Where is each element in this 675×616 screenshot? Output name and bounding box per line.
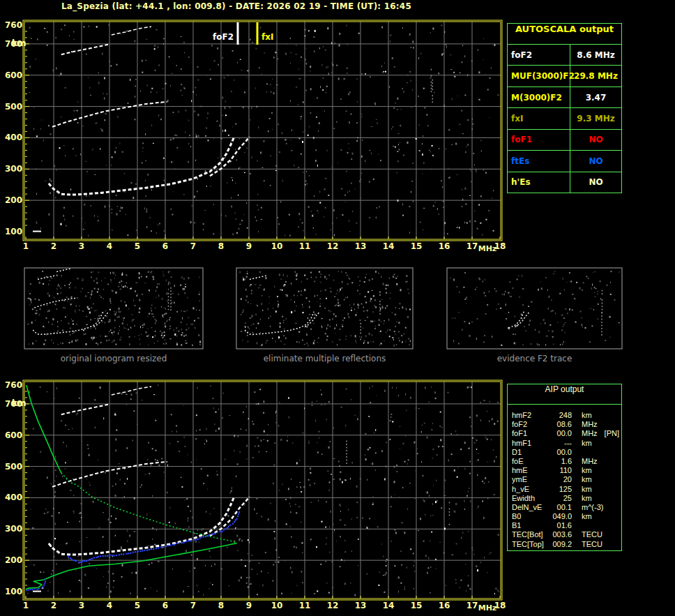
- aip-label: foF2: [508, 420, 551, 429]
- svg-text:600: 600: [5, 430, 22, 440]
- svg-text:1: 1: [23, 601, 29, 610]
- svg-text:600: 600: [5, 70, 22, 80]
- svg-text:16: 16: [439, 601, 450, 610]
- aip-value: 1.6: [551, 457, 572, 466]
- aip-unit: km: [582, 494, 592, 503]
- aip-value: 003.6: [551, 530, 572, 539]
- svg-text:760: 760: [5, 20, 22, 30]
- aip-row: B0049.0km: [508, 512, 621, 521]
- aip-unit: km: [582, 512, 592, 521]
- svg-text:300: 300: [5, 164, 22, 174]
- aip-row: hmF2248km: [508, 411, 621, 420]
- autoscala-row-value: NO: [570, 130, 621, 150]
- svg-text:4: 4: [107, 601, 112, 610]
- panel-label-evidence: evidence F2 trace: [447, 354, 622, 363]
- autoscala-row: h'EsNO: [508, 172, 621, 193]
- svg-text:760: 760: [5, 380, 22, 390]
- svg-text:400: 400: [5, 493, 22, 502]
- svg-text:MHz: MHz: [478, 244, 497, 253]
- aip-unit: TECU: [582, 540, 602, 549]
- aip-value: ---: [551, 439, 572, 448]
- svg-text:100: 100: [5, 587, 22, 596]
- autoscala-row-value: 9.3 MHz: [570, 108, 621, 128]
- aip-label: B1: [508, 521, 551, 530]
- svg-text:100: 100: [5, 227, 22, 236]
- svg-text:8: 8: [218, 601, 224, 610]
- aip-value: 00.0: [551, 429, 572, 438]
- aip-unit: km: [582, 485, 592, 494]
- aip-unit: km: [582, 475, 592, 484]
- svg-text:11: 11: [299, 601, 311, 610]
- svg-text:11: 11: [299, 241, 311, 251]
- aip-unit: MHz: [582, 457, 598, 466]
- svg-text:15: 15: [411, 241, 423, 251]
- autoscala-row-label: M(3000)F2: [508, 87, 570, 107]
- autoscala-row-label: MUF(3000)F2: [508, 66, 570, 86]
- svg-text:5: 5: [135, 241, 140, 251]
- autoscala-row-label: h'Es: [508, 172, 570, 193]
- aip-label: ymE: [508, 475, 551, 484]
- aip-value: 009.2: [551, 540, 572, 549]
- aip-row: D100.0: [508, 448, 621, 457]
- aip-row: foE1.6MHz: [508, 457, 621, 466]
- autoscala-row: foF28.6 MHz: [508, 45, 621, 66]
- autoscala-row-value: NO: [570, 172, 621, 193]
- aip-row: TEC[Bot]003.6TECU: [508, 530, 621, 539]
- aip-value: 01.6: [551, 521, 572, 530]
- autoscala-row-value: 3.47: [570, 87, 621, 107]
- aip-row: foF100.0MHz[PN]: [508, 429, 621, 438]
- aip-value: 00.0: [551, 448, 572, 457]
- aip-unit: TECU: [582, 530, 602, 539]
- svg-text:15: 15: [411, 601, 423, 610]
- station-title: La_Spezia (lat: +44.1 , lon: 009.8) - DA…: [61, 1, 411, 11]
- svg-text:8: 8: [218, 241, 224, 251]
- svg-text:16: 16: [439, 241, 450, 251]
- svg-text:7: 7: [190, 241, 196, 251]
- aip-label: DelN_vE: [508, 503, 551, 512]
- aip-row: B101.6: [508, 521, 621, 530]
- svg-text:200: 200: [5, 555, 22, 565]
- autoscala-row-label: foF2: [508, 45, 570, 65]
- autoscala-row-label: foF1: [508, 130, 570, 150]
- aip-value: 00.1: [551, 503, 572, 512]
- autoscala-row: M(3000)F23.47: [508, 87, 621, 108]
- svg-text:6: 6: [162, 241, 168, 251]
- svg-text:17: 17: [467, 601, 478, 610]
- autoscala-table-body: foF28.6 MHzMUF(3000)F229.8 MHzM(3000)F23…: [508, 45, 621, 193]
- aip-note: [PN]: [605, 429, 619, 438]
- svg-text:foF2: foF2: [213, 32, 234, 42]
- svg-text:5: 5: [135, 601, 140, 610]
- svg-text:3: 3: [79, 601, 84, 610]
- aip-unit: km: [582, 466, 592, 475]
- aip-label: h_vE: [508, 485, 551, 494]
- aip-label: TEC[Bot]: [508, 530, 551, 539]
- svg-text:12: 12: [327, 241, 339, 251]
- svg-text:200: 200: [5, 195, 22, 205]
- aip-unit: km: [582, 439, 592, 448]
- svg-text:1: 1: [23, 241, 29, 251]
- aip-output-table: AIP output hmF2248kmfoF208.6MHzfoF100.0M…: [507, 384, 622, 551]
- aip-label: foE: [508, 457, 551, 466]
- panel-label-eliminate: eliminate multiple reflections: [236, 354, 413, 363]
- aip-value: 049.0: [551, 512, 572, 521]
- aip-row: foF208.6MHz: [508, 420, 621, 429]
- aip-row: hmE110km: [508, 466, 621, 475]
- svg-text:9: 9: [246, 601, 252, 610]
- svg-text:9: 9: [246, 241, 252, 251]
- autoscala-output-table: AUTOSCALA output foF28.6 MHzMUF(3000)F22…: [507, 23, 622, 193]
- svg-text:3: 3: [79, 241, 84, 251]
- aip-table-body: hmF2248kmfoF208.6MHzfoF100.0MHz[PN]hmF1-…: [508, 405, 621, 549]
- aip-label: TEC[Top]: [508, 540, 551, 549]
- svg-text:10: 10: [271, 601, 283, 610]
- svg-text:fxI: fxI: [261, 32, 273, 42]
- aip-row: DelN_vE00.1m^(-3): [508, 503, 621, 512]
- svg-text:13: 13: [355, 601, 367, 610]
- aip-unit: MHz: [582, 429, 598, 438]
- aip-unit: m^(-3): [582, 503, 603, 512]
- aip-value: 08.6: [551, 420, 572, 429]
- aip-value: 20: [551, 475, 572, 484]
- autoscala-row: fxI9.3 MHz: [508, 108, 621, 129]
- aip-label: hmE: [508, 466, 551, 475]
- svg-text:6: 6: [162, 601, 168, 610]
- aip-label: hmF1: [508, 439, 551, 448]
